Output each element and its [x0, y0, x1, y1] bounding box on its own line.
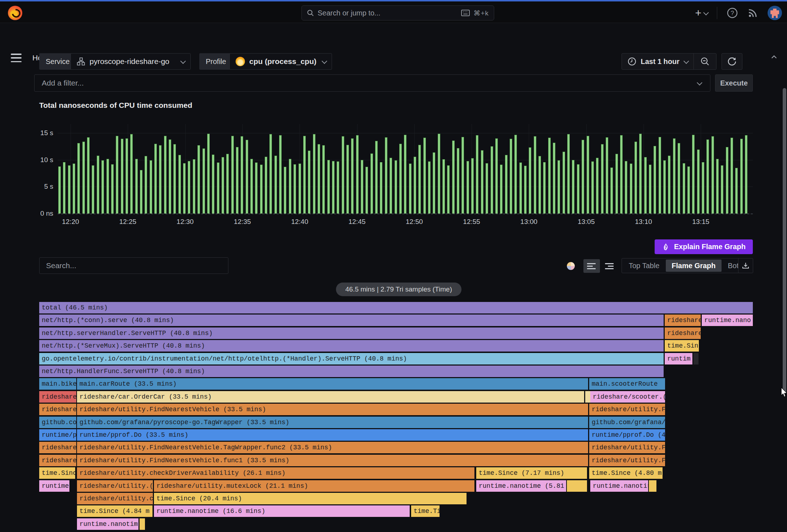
flame-block[interactable]: main.carRoute (33.5 mins) — [77, 378, 588, 390]
x-axis-label: 13:10 — [625, 218, 661, 226]
flame-block[interactable]: rideshare — [39, 442, 76, 453]
refresh-button[interactable] — [722, 53, 742, 70]
view-option-top-table[interactable]: Top Table — [623, 260, 665, 272]
flame-block[interactable]: time.Ti — [411, 505, 440, 517]
flame-block[interactable] — [649, 480, 656, 492]
chart-bar — [510, 139, 512, 214]
flame-block[interactable]: rideshare/utility.mutexLock (21.1 mins) — [154, 480, 474, 492]
flame-block[interactable] — [140, 518, 145, 530]
flame-block[interactable]: rideshare/utility.FindNearestVehicle (33… — [77, 404, 588, 415]
chart-bar — [692, 135, 695, 214]
help-icon[interactable]: ? — [727, 7, 738, 19]
flame-block[interactable]: rideshare/utility.F — [589, 442, 665, 453]
flame-block[interactable]: runtime/pprof.Do (4 — [589, 429, 665, 441]
add-button[interactable]: + — [695, 8, 708, 18]
flame-block[interactable]: net/http.(*ServeMux).ServeHTTP (40.8 min… — [39, 340, 664, 352]
flame-block[interactable]: time.Since (7.17 mins) — [476, 467, 587, 479]
flame-block[interactable]: rideshare/utility.FindNearestVehicle.Tag… — [77, 442, 588, 453]
flame-block[interactable]: time.Since (4.80 m — [589, 467, 663, 479]
chart-bar — [683, 163, 685, 214]
flame-block[interactable]: go.opentelemetry.io/contrib/instrumentat… — [39, 353, 664, 364]
chart-bar — [563, 152, 565, 214]
header-actions: + ? — [695, 5, 782, 20]
chart-bar — [596, 158, 599, 214]
flame-block[interactable]: github.co — [39, 417, 76, 428]
chart-bar — [116, 136, 118, 214]
chart-bar — [538, 156, 541, 214]
flame-block[interactable]: rideshare/utility.c — [77, 493, 153, 504]
flame-block[interactable]: main.scooterRoute — [589, 378, 665, 390]
flame-block[interactable]: rideshare/utility.F — [589, 404, 665, 415]
flame-block[interactable]: runtime.nanotime (5.81 — [476, 480, 566, 492]
flame-block[interactable]: rideshare/scooter.( — [590, 391, 665, 403]
flame-block[interactable]: total (46.5 mins) — [39, 302, 753, 313]
filter-input[interactable] — [34, 74, 710, 92]
header-divider — [717, 7, 717, 19]
flame-block[interactable]: rideshare — [39, 391, 76, 403]
chart-bar — [203, 148, 205, 214]
flame-block[interactable]: runtime.nanotime (16.6 mins) — [154, 505, 410, 517]
grafana-logo[interactable] — [8, 6, 22, 20]
chart-bar — [68, 165, 70, 214]
menu-toggle[interactable] — [11, 54, 22, 62]
flame-block[interactable]: net/http.HandlerFunc.ServeHTTP (40.8 min… — [39, 366, 664, 377]
flame-block[interactable]: rideshare/utility.F — [589, 455, 665, 466]
flame-block[interactable]: net/http.(*conn).serve (40.8 mins) — [39, 315, 664, 326]
zoom-out-icon — [700, 57, 710, 66]
flame-block[interactable]: runtime.nano — [702, 315, 753, 326]
flame-block[interactable] — [693, 353, 699, 364]
chart-bar — [418, 145, 421, 214]
chart-bar — [154, 144, 157, 214]
chart-bar — [370, 153, 373, 214]
explain-flame-graph-button[interactable]: Explain Flame Graph — [655, 239, 753, 254]
flame-block[interactable]: runtime — [39, 480, 69, 492]
user-avatar[interactable] — [768, 6, 782, 20]
flame-block[interactable]: runtim — [665, 353, 692, 364]
chart-bar — [711, 136, 714, 214]
avatar-image — [770, 9, 779, 18]
flame-block[interactable] — [585, 391, 590, 403]
flame-block[interactable]: time.Sin — [665, 340, 699, 352]
chart-bar — [77, 143, 80, 214]
color-scheme-button[interactable] — [563, 259, 579, 273]
cpu-time-chart[interactable]: 0 ns5 s10 s15 s12:2012:2512:3012:3512:40… — [0, 111, 787, 230]
align-left-button[interactable] — [583, 259, 600, 273]
flame-block[interactable]: rideshare/car.OrderCar (33.5 mins) — [77, 391, 584, 403]
flame-block[interactable]: runtime/p — [39, 429, 76, 441]
flame-block[interactable]: rideshare — [39, 455, 76, 466]
view-option-flame-graph[interactable]: Flame Graph — [666, 260, 721, 272]
chevron-up-icon[interactable] — [770, 54, 778, 61]
news-rss-icon[interactable] — [747, 8, 758, 18]
flame-block[interactable]: runtime.nanotir — [590, 480, 648, 492]
execute-button[interactable]: Execute — [715, 74, 753, 92]
flame-block[interactable]: main.bike — [39, 378, 76, 390]
flame-block[interactable]: rideshare — [39, 404, 76, 415]
flame-block[interactable]: runtime/pprof.Do (33.5 mins) — [77, 429, 588, 441]
color-scheme-icon — [567, 262, 575, 270]
flame-block[interactable]: time.Sinc — [39, 467, 75, 479]
flame-block[interactable]: rideshare — [665, 327, 701, 339]
flame-block[interactable]: rideshare/utility.FindNearestVehicle.fun… — [77, 455, 588, 466]
profile-select[interactable]: cpu (process_cpu) — [229, 53, 332, 70]
global-search[interactable]: Search or jump to... ⌘+k — [301, 5, 494, 20]
scrollbar-thumb[interactable] — [783, 88, 786, 394]
flame-search-input[interactable] — [39, 257, 228, 274]
flame-block[interactable]: github.com/grafana/ — [589, 417, 665, 428]
align-right-button[interactable] — [601, 259, 617, 273]
zoom-out-button[interactable] — [694, 54, 716, 69]
flame-block[interactable]: rideshare/utility.( — [77, 480, 153, 492]
chart-bar — [457, 148, 459, 214]
flame-block[interactable]: rideshare/utility.checkDriverAvailabilit… — [77, 467, 474, 479]
flame-block[interactable]: time.Since (20.4 mins) — [154, 493, 467, 504]
flame-block[interactable]: net/http.serverHandler.ServeHTTP (40.8 m… — [39, 327, 664, 339]
flame-block[interactable] — [567, 480, 587, 492]
chart-bar — [361, 160, 363, 214]
time-range-button[interactable]: Last 1 hour — [622, 54, 693, 69]
flame-block[interactable]: runtime.nanotim — [77, 518, 138, 530]
chart-bar — [610, 168, 613, 214]
download-button[interactable] — [738, 258, 753, 273]
flame-block[interactable]: github.com/grafana/pyroscope-go.TagWrapp… — [77, 417, 588, 428]
service-select[interactable]: pyroscope-rideshare-go — [70, 53, 191, 70]
flame-block[interactable]: time.Since (4.84 m — [77, 505, 153, 517]
flame-block[interactable]: rideshare — [665, 315, 701, 326]
